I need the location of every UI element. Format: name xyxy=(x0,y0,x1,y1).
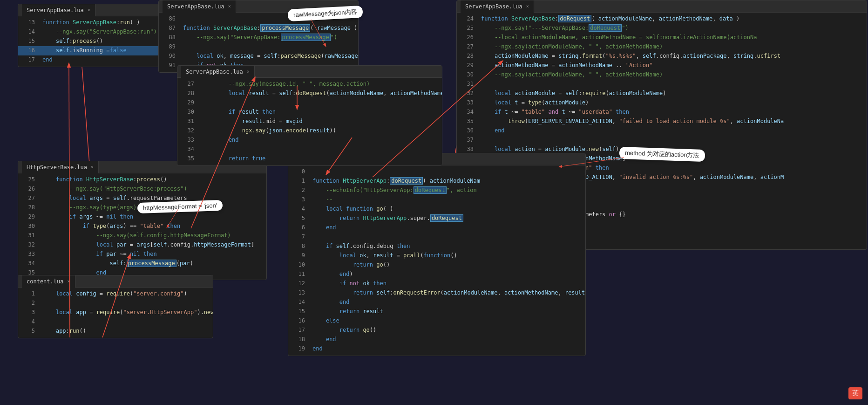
code-line: 34 self:processMessage(par) xyxy=(18,259,266,268)
code-line: 31 --ngx.say(self.config.httpMessageForm… xyxy=(18,231,266,240)
code-line-selected: 16 self.isRunning =false xyxy=(18,46,162,55)
tab-httpserverbase[interactable]: HttpServerBase.lua × xyxy=(22,161,99,173)
code-line: 28 local result = self:doRequest(actionM… xyxy=(177,89,442,98)
code-content-hsa: 0 1 function HttpServerApp:doRequest( ac… xyxy=(288,165,585,356)
code-line: 17 end xyxy=(18,55,162,65)
code-line: 2 --echoInfo("HttpServerApp:doRequest", … xyxy=(288,186,585,195)
close-icon[interactable]: × xyxy=(228,4,231,9)
code-line: 24 function ServerAppBase:doRequest( act… xyxy=(457,14,867,24)
code-line: 35 throw(ERR_SERVER_INVALID_ACTION, "fai… xyxy=(457,117,867,126)
code-line: 34 if t ~= "table" and t ~= "userdata" t… xyxy=(457,108,867,117)
code-line: 28 actionModuleName = string.format("%s.… xyxy=(457,52,867,61)
tab-serverappbase-mid[interactable]: ServerAppBase.lua × xyxy=(181,66,255,78)
tab-content-lua[interactable]: content.lua × xyxy=(22,275,75,288)
watermark: 英 xyxy=(848,387,862,399)
code-line: 27 --ngx.say(message.id, " ", message.ac… xyxy=(177,80,442,89)
code-line: 17 return go() xyxy=(288,326,585,335)
code-line: 90 local ok, message = self:parseMessage… xyxy=(159,52,358,61)
code-line: 33 local t = type(actionModule) xyxy=(457,98,867,108)
tab-bar-4: ServerAppBase.lua × xyxy=(457,0,867,13)
code-content-run: 13 function ServerAppBase:run( ) 14 --ng… xyxy=(18,16,162,67)
tab-bar-3: ServerAppBase.lua × xyxy=(177,66,442,78)
code-line: 87 function ServerAppBase:processMessage… xyxy=(159,24,358,33)
close-icon[interactable]: × xyxy=(247,69,250,74)
code-line: 34 xyxy=(177,145,442,154)
code-line: 31 result.mid = msgid xyxy=(177,117,442,126)
code-line: 5 app:run() xyxy=(18,327,213,336)
code-line: 8 if self.config.debug then xyxy=(288,242,585,251)
close-icon[interactable]: × xyxy=(526,4,529,9)
window-httpserverapp: HttpServerApp.lua × 0 1 function HttpSer… xyxy=(288,153,586,356)
code-line: 30 if result then xyxy=(177,108,442,117)
code-line: 32 local par = args[self.config.httpMess… xyxy=(18,240,266,250)
window-serverappbase-middle: ServerAppBase.lua × 27 --ngx.say(message… xyxy=(177,65,442,166)
code-line: 30 if type(args) == "table" then xyxy=(18,222,266,231)
code-line: 32 local actionModule = self:require(act… xyxy=(457,89,867,98)
code-line: 4 xyxy=(18,317,213,327)
code-line: 4 local function go( ) xyxy=(288,205,585,214)
code-line: 14 end xyxy=(288,298,585,307)
code-line: 1 local config = require("server.config"… xyxy=(18,289,213,299)
code-line: 88 --ngx.say("ServerAppBase:processMessa… xyxy=(159,33,358,42)
close-icon[interactable]: × xyxy=(88,7,90,13)
code-content-content: 1 local config = require("server.config"… xyxy=(18,288,213,338)
tab-bar-7: content.lua × xyxy=(18,275,213,288)
code-line: 3 -- xyxy=(288,195,585,205)
tab-serverappbase-pm[interactable]: ServerAppBase.lua × xyxy=(163,0,236,13)
code-line: 31 xyxy=(457,80,867,89)
code-line: 37 xyxy=(457,136,867,145)
code-line: 13 return self:onRequestError(actionModu… xyxy=(288,288,585,298)
code-line: 2 xyxy=(18,299,213,308)
close-icon[interactable]: × xyxy=(91,165,94,170)
code-line: 19 end xyxy=(288,344,585,354)
code-line: 89 xyxy=(159,42,358,52)
window-httpserverbase: HttpServerBase.lua × 25 function HttpSer… xyxy=(18,161,267,280)
tab-label: ServerAppBase.lua xyxy=(167,3,224,10)
window-serverappbase-run: ServerAppBase.lua × 13 function ServerAp… xyxy=(18,4,162,67)
tab-label: ServerAppBase.lua xyxy=(27,7,84,14)
tab-label: ServerAppBase.lua xyxy=(465,3,522,10)
code-line: 29 xyxy=(177,98,442,108)
code-line: 29 actionMethodName = actionMethodName .… xyxy=(457,61,867,70)
code-line: 16 else xyxy=(288,316,585,326)
code-content-hsb: 25 function HttpServerBase:process() 26 … xyxy=(18,173,266,280)
tab-bar-1: ServerAppBase.lua × xyxy=(18,4,162,16)
code-line: 7 xyxy=(288,233,585,242)
code-line: 14 --ngx.say("ServerAppBase:run") xyxy=(18,27,162,37)
code-line: 9 local ok, result = pcall(function() xyxy=(288,251,585,261)
code-line: 18 end xyxy=(288,335,585,344)
tab-label: HttpServerBase.lua xyxy=(27,164,87,171)
code-line: 11 end) xyxy=(288,270,585,279)
code-line: 10 return go() xyxy=(288,261,585,270)
code-line: 26 --ngx.say("HttpServerBase:process") xyxy=(18,185,266,194)
code-line: 3 local app = require("server.HttpServer… xyxy=(18,308,213,317)
tab-serverappbase-run[interactable]: ServerAppBase.lua × xyxy=(22,4,95,16)
code-line: 12 if not ok then xyxy=(288,279,585,288)
code-line: 0 xyxy=(288,167,585,177)
code-line: 32 ngx.say(json.encode(result)) xyxy=(177,126,442,136)
code-content-mid: 27 --ngx.say(message.id, " ", message.ac… xyxy=(177,78,442,165)
code-line: 30 --ngx.say(actionModuleName, " ", acti… xyxy=(457,70,867,80)
tab-serverappbase-dr[interactable]: ServerAppBase.lua × xyxy=(461,0,534,13)
code-line: 33 end xyxy=(177,136,442,145)
code-line: 13 function ServerAppBase:run( ) xyxy=(18,18,162,27)
code-line: 1 function HttpServerApp:doRequest( acti… xyxy=(288,177,585,186)
code-line: 27 local args = self.requestParameters xyxy=(18,194,266,203)
code-line: 29 if args ~= nil then xyxy=(18,213,266,222)
code-line: 25 function HttpServerBase:process() xyxy=(18,175,266,185)
tab-label: ServerAppBase.lua xyxy=(186,69,243,75)
tab-label: content.lua xyxy=(27,278,63,285)
code-line: 36 end xyxy=(457,126,867,136)
code-line: 6 end xyxy=(288,223,585,233)
code-line: 26 --local actionModuleName, actionMetho… xyxy=(457,33,867,42)
code-line: 33 if par ~= nil then xyxy=(18,250,266,259)
code-line: 5 return HttpServerApp.super.doRequest xyxy=(288,214,585,223)
code-line: 35 return true xyxy=(177,154,442,164)
code-line: 15 return result xyxy=(288,307,585,316)
code-line: 27 --ngx.say(actionModuleName, " ", acti… xyxy=(457,42,867,52)
code-line: 25 --ngx.say("---ServerAppBase:doRequest… xyxy=(457,24,867,33)
code-line: 15 self:process() xyxy=(18,37,162,46)
close-icon[interactable]: × xyxy=(67,279,70,284)
code-content-pm: 86 87 function ServerAppBase:processMess… xyxy=(159,13,358,72)
window-content-lua: content.lua × 1 local config = require("… xyxy=(18,275,213,338)
